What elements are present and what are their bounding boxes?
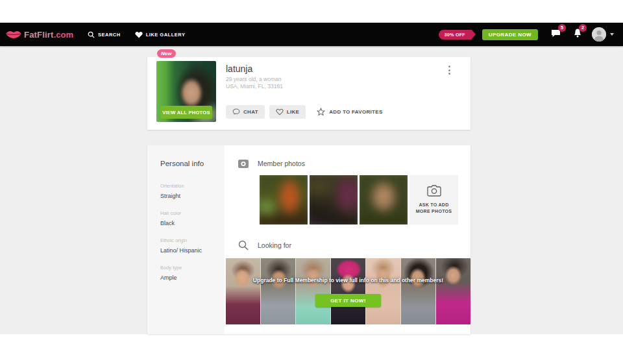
star-icon	[317, 108, 325, 116]
member-photos-title: Member photos	[258, 160, 305, 167]
nav-search-label: SEARCH	[98, 32, 121, 38]
top-navbar: FatFlirt .com SEARCH LIKE GALLERY 30% OF…	[0, 23, 623, 46]
chat-outline-icon	[232, 108, 240, 115]
upgrade-now-button[interactable]: UPGRADE NOW	[482, 29, 538, 40]
heart-icon	[135, 31, 143, 38]
nav-search[interactable]: SEARCH	[88, 31, 121, 38]
magnifier-icon	[238, 240, 249, 250]
site-logo[interactable]: FatFlirt .com	[5, 30, 73, 40]
new-member-badge: New	[157, 49, 176, 58]
banner-overlay: Upgrade to Full Membership to view full …	[226, 258, 470, 324]
sidebar-title: Personal info	[160, 160, 217, 167]
blurred-photo	[360, 175, 408, 224]
get-it-now-button[interactable]: GET IT NOW!	[315, 294, 381, 307]
profile-photo[interactable]: VIEW ALL PHOTOS	[156, 61, 216, 122]
kebab-menu-icon[interactable]	[445, 65, 453, 75]
upgrade-label: UPGRADE NOW	[489, 32, 531, 38]
view-all-photos-button[interactable]: VIEW ALL PHOTOS	[160, 106, 212, 119]
field-value: Straight	[160, 193, 217, 199]
field-label: Body type	[160, 265, 217, 271]
field-label: Orientation	[160, 183, 217, 189]
profile-age-line: 29 years old, a woman	[226, 76, 282, 82]
info-field-body-type: Body type Ample	[160, 265, 217, 281]
discount-label: 30% OFF	[445, 32, 465, 37]
blurred-photo	[260, 175, 308, 224]
field-label: Hair color	[160, 210, 217, 216]
like-button[interactable]: LIKE	[269, 105, 306, 119]
nav-like-gallery[interactable]: LIKE GALLERY	[135, 31, 186, 38]
profile-actions: CHAT LIKE ADD TO FAVORITES	[226, 105, 383, 119]
member-photos-row: ASK TO ADD MORE PHOTOS	[260, 175, 458, 224]
looking-for-title: Looking for	[258, 241, 291, 249]
caret-down-icon[interactable]	[610, 33, 614, 36]
info-field-hair-color: Hair color Black	[160, 210, 217, 226]
navbar-right: 30% OFF UPGRADE NOW 5 2	[439, 27, 614, 42]
member-photo[interactable]	[360, 175, 408, 224]
discount-badge[interactable]: 30% OFF	[439, 30, 472, 40]
profile-content-card: Personal info Orientation Straight Hair …	[147, 145, 470, 334]
info-field-orientation: Orientation Straight	[160, 183, 217, 199]
profile-header-card: VIEW ALL PHOTOS latunja 29 years old, a …	[147, 57, 470, 130]
member-photo[interactable]	[260, 175, 308, 224]
banner-message: Upgrade to Full Membership to view full …	[253, 277, 443, 284]
notifications-count-badge: 2	[579, 24, 587, 32]
lips-logo-icon	[5, 30, 22, 39]
profile-location-line: USA, Miami, FL, 33181	[226, 83, 283, 90]
ask-to-add-more-photos-label: ASK TO ADD MORE PHOTOS	[413, 202, 455, 215]
user-avatar[interactable]	[592, 27, 606, 42]
nav-like-gallery-label: LIKE GALLERY	[146, 32, 186, 38]
add-to-favorites-button[interactable]: ADD TO FAVORITES	[317, 108, 382, 116]
notifications-button[interactable]: 2	[574, 29, 581, 40]
messages-button[interactable]: 5	[551, 29, 561, 40]
personal-info-sidebar: Personal info Orientation Straight Hair …	[147, 145, 225, 334]
chat-button-label: CHAT	[243, 109, 258, 115]
field-value: Latino/ Hispanic	[160, 247, 217, 254]
member-photo[interactable]	[310, 175, 358, 224]
upgrade-banner[interactable]: Upgrade to Full Membership to view full …	[226, 258, 470, 324]
messages-count-badge: 5	[558, 24, 566, 32]
add-to-favorites-label: ADD TO FAVORITES	[329, 109, 382, 115]
logo-tld: .com	[54, 30, 73, 40]
field-value: Ample	[160, 274, 217, 281]
blurred-photo	[310, 175, 358, 224]
member-photos-section-header: Member photos	[225, 159, 470, 168]
like-button-label: LIKE	[287, 109, 299, 115]
ask-to-add-more-photos-button[interactable]: ASK TO ADD MORE PHOTOS	[409, 175, 458, 224]
heart-outline-icon	[276, 108, 284, 115]
info-field-ethnic-origin: Ethnic origin Latino/ Hispanic	[160, 237, 217, 254]
fatflirt-profile-page: FatFlirt .com SEARCH LIKE GALLERY 30% OF…	[0, 0, 623, 364]
chat-button[interactable]: CHAT	[226, 105, 265, 119]
camera-outline-icon	[427, 185, 441, 197]
profile-main-area: Member photos ASK TO ADD MORE PHOTOS	[225, 145, 470, 334]
profile-name: latunja	[226, 64, 252, 74]
search-icon	[88, 31, 95, 38]
camera-icon	[238, 159, 249, 168]
person-silhouette-icon	[592, 27, 606, 42]
looking-for-section-header: Looking for	[225, 240, 470, 250]
field-label: Ethnic origin	[160, 237, 217, 243]
logo-name: FatFlirt	[24, 30, 54, 40]
field-value: Black	[160, 220, 217, 226]
